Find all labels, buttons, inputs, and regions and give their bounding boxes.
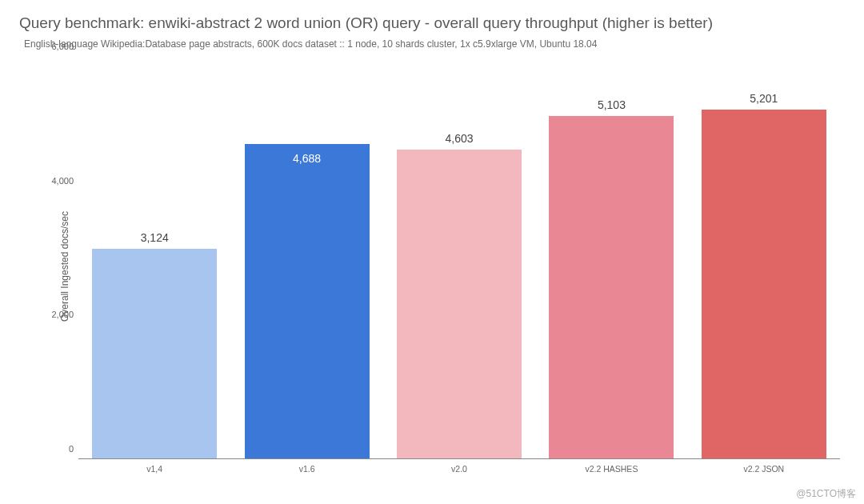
bar-column: 4,688 [230, 56, 382, 458]
watermark: @51CTO博客 [796, 487, 856, 501]
bar-column: 5,103 [535, 56, 687, 458]
bar-column: 3,124 [78, 56, 230, 458]
chart-subtitle: English-language Wikipedia:Database page… [24, 38, 845, 50]
x-tick: v2.2 HASHES [535, 461, 687, 477]
bar-column: 5,201 [688, 56, 840, 458]
chart-container: Query benchmark: enwiki-abstract 2 word … [0, 0, 864, 504]
bar: 4,603 [397, 150, 522, 458]
plot-area: Overall Ingested docs/sec 3,1244,6884,60… [34, 56, 845, 477]
chart-title: Query benchmark: enwiki-abstract 2 word … [19, 14, 845, 32]
x-ticks: v1,4v1.6v2.0v2.2 HASHESv2.2 JSON [78, 461, 840, 477]
bar-value-label: 3,124 [141, 231, 169, 244]
y-tick: 6,000 [38, 42, 74, 51]
bar: 5,201 [702, 110, 826, 458]
bar-value-label: 4,603 [445, 132, 473, 145]
y-axis-label: Overall Ingested docs/sec [59, 211, 70, 322]
y-tick: 0 [38, 444, 74, 454]
bar-column: 4,603 [383, 56, 535, 458]
bar-value-label: 5,201 [750, 92, 778, 105]
bar: 5,103 [549, 116, 674, 458]
x-tick: v1.6 [230, 461, 382, 477]
y-tick: 2,000 [38, 310, 74, 319]
bar-value-label: 5,103 [598, 98, 626, 111]
plot: 3,1244,6884,6035,1035,201 02,0004,0006,0… [78, 56, 840, 459]
x-tick: v1,4 [78, 461, 230, 477]
x-tick: v2.0 [383, 461, 535, 477]
x-tick: v2.2 JSON [688, 461, 840, 477]
y-tick: 4,000 [38, 176, 74, 186]
bar: 3,124 [92, 249, 217, 458]
bars-group: 3,1244,6884,6035,1035,201 [78, 56, 840, 458]
bar: 4,688 [245, 144, 370, 458]
bar-value-label: 4,688 [293, 152, 321, 165]
